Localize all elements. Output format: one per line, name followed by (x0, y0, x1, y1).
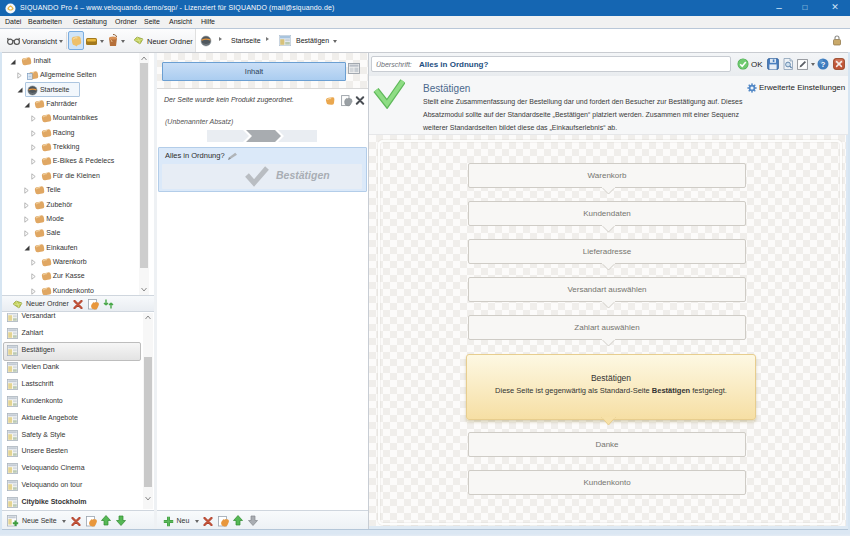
svg-text:?: ? (821, 60, 826, 69)
